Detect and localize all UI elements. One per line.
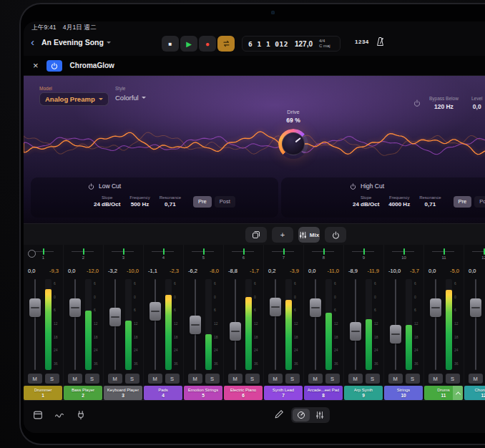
solo-button[interactable]: S xyxy=(165,374,180,384)
fader-handle[interactable] xyxy=(390,325,401,344)
pan-control[interactable]: 10 xyxy=(384,245,423,263)
solo-button[interactable]: S xyxy=(366,374,380,384)
low-cut-frequency[interactable]: Frequency 500 Hz xyxy=(129,195,150,208)
pan-control[interactable]: 4 xyxy=(144,245,183,263)
pan-control[interactable]: 8 xyxy=(304,245,343,263)
fader-handle[interactable] xyxy=(350,322,361,341)
count-in-button[interactable]: 1234 xyxy=(355,39,369,45)
pan-control[interactable]: 11 xyxy=(424,245,464,263)
back-chevron-icon[interactable]: ‹ xyxy=(31,35,34,49)
mute-button[interactable]: M xyxy=(108,374,122,384)
fader-handle[interactable] xyxy=(190,316,201,334)
mute-button[interactable]: M xyxy=(188,374,202,384)
track-label[interactable]: Emotion Strings 5 xyxy=(184,386,222,400)
fader-handle[interactable] xyxy=(29,298,41,317)
fader-handle[interactable] xyxy=(109,308,121,326)
track-label[interactable]: Bass Player 2 xyxy=(64,386,102,400)
mute-button[interactable]: M xyxy=(228,374,242,384)
plugins-button[interactable] xyxy=(74,408,88,422)
power-icon[interactable] xyxy=(88,183,94,190)
mute-button[interactable]: M xyxy=(348,374,363,384)
mute-button[interactable]: M xyxy=(308,374,323,384)
track-label[interactable]: Arcade...eet Pad 8 xyxy=(304,386,343,400)
solo-button[interactable]: S xyxy=(285,374,300,384)
pan-knob-icon[interactable] xyxy=(28,250,36,258)
fader-handle[interactable] xyxy=(430,298,441,317)
solo-button[interactable]: S xyxy=(45,374,59,384)
fader-handle[interactable] xyxy=(230,322,241,341)
high-cut-resonance[interactable]: Resonance 0,71 xyxy=(419,195,441,208)
track-label[interactable]: Arp Synth 9 xyxy=(344,386,383,400)
pan-control[interactable]: 9 xyxy=(344,245,383,263)
low-cut-resonance[interactable]: Resonance 0,71 xyxy=(160,195,181,208)
faders-mode-button[interactable] xyxy=(311,409,328,422)
track-label[interactable]: Drums 11 xyxy=(424,386,463,400)
knob-mode-button[interactable] xyxy=(293,409,310,422)
power-icon[interactable] xyxy=(350,183,356,190)
song-title-menu[interactable]: An Evening Song xyxy=(41,38,111,47)
bypass-power-toggle[interactable] xyxy=(413,99,421,107)
pan-control[interactable]: 6 xyxy=(224,245,263,263)
track-label[interactable]: Electric Piano 6 xyxy=(224,386,263,400)
mute-button[interactable]: M xyxy=(469,374,483,384)
duplicate-view-button[interactable] xyxy=(245,227,267,243)
drive-knob[interactable] xyxy=(278,129,308,159)
fader-handle[interactable] xyxy=(69,298,81,317)
mute-button[interactable]: M xyxy=(28,374,42,384)
track-label[interactable]: Synth Lead 7 xyxy=(264,386,303,400)
low-cut-post-button[interactable]: Post xyxy=(215,196,235,208)
pan-control[interactable]: 7 xyxy=(264,245,303,263)
high-cut-post-button[interactable]: Post xyxy=(474,196,485,208)
level-control[interactable]: Level 0,0 xyxy=(471,96,483,110)
mixer-power-button[interactable] xyxy=(325,227,346,243)
fader-handle[interactable] xyxy=(470,298,481,317)
play-button[interactable]: ▶ xyxy=(180,36,197,52)
collapse-chevron-icon[interactable] xyxy=(453,386,463,400)
solo-button[interactable]: S xyxy=(245,374,260,384)
low-cut-slope[interactable]: Slope 24 dB/Oct xyxy=(94,195,120,208)
mix-view-button[interactable]: Mix xyxy=(298,227,320,243)
mute-button[interactable]: M xyxy=(268,374,283,384)
loops-button[interactable] xyxy=(52,408,67,422)
track-label[interactable]: Drummer 1 xyxy=(24,386,62,400)
mute-button[interactable]: M xyxy=(148,374,162,384)
mute-button[interactable]: M xyxy=(388,374,403,384)
fader-handle[interactable] xyxy=(150,302,161,321)
edit-button[interactable] xyxy=(274,409,284,419)
pan-control[interactable]: 5 xyxy=(184,245,223,263)
record-button[interactable]: ● xyxy=(199,36,216,52)
pan-control[interactable]: 12 xyxy=(464,245,485,263)
pan-control[interactable]: 2 xyxy=(64,245,103,263)
cycle-button[interactable] xyxy=(217,36,235,52)
solo-button[interactable]: S xyxy=(446,374,460,384)
browser-button[interactable] xyxy=(31,408,45,422)
close-icon[interactable]: × xyxy=(33,61,39,70)
track-label[interactable]: Pads 4 xyxy=(144,386,182,400)
low-cut-pre-button[interactable]: Pre xyxy=(193,196,212,208)
track-label[interactable]: Strings 10 xyxy=(384,386,423,400)
mute-button[interactable]: M xyxy=(68,374,82,384)
channel-values: 0,0 -9,3 xyxy=(24,263,63,278)
bypass-below-control[interactable]: Bypass Below 120 Hz xyxy=(429,96,459,110)
track-label[interactable]: Chorus V 12 xyxy=(464,386,485,400)
fader-handle[interactable] xyxy=(270,298,281,316)
plugin-power-toggle[interactable] xyxy=(46,60,62,72)
high-cut-slope[interactable]: Slope 24 dB/Oct xyxy=(353,195,379,208)
solo-button[interactable]: S xyxy=(406,374,420,384)
high-cut-pre-button[interactable]: Pre xyxy=(454,196,472,208)
solo-button[interactable]: S xyxy=(125,374,139,384)
metronome-button[interactable] xyxy=(374,36,386,47)
lcd-display[interactable]: 6 1 1 012 127,0 4/4 C maj xyxy=(242,36,341,52)
solo-button[interactable]: S xyxy=(85,374,99,384)
stop-button[interactable]: ■ xyxy=(162,36,179,52)
solo-button[interactable]: S xyxy=(205,374,220,384)
solo-button[interactable]: S xyxy=(325,374,340,384)
add-track-button[interactable]: + xyxy=(272,227,293,243)
model-select[interactable]: Analog Preamp xyxy=(39,92,109,106)
fader-handle[interactable] xyxy=(310,298,321,317)
mute-button[interactable]: M xyxy=(428,374,443,384)
style-select[interactable]: Colorful xyxy=(115,94,146,102)
pan-control[interactable]: 3 xyxy=(104,245,143,263)
high-cut-frequency[interactable]: Frequency 4000 Hz xyxy=(388,195,410,208)
track-label[interactable]: Keyboard Player 3 xyxy=(104,386,142,400)
